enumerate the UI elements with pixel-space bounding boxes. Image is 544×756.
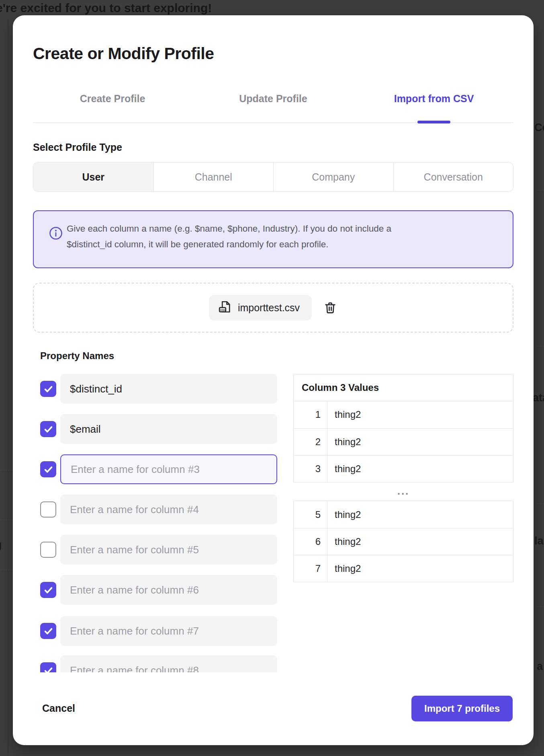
column-3-checkbox[interactable]: [40, 461, 56, 477]
row-value: thing2: [327, 429, 513, 455]
background-table-line: [8, 19, 8, 756]
row-index: 2: [294, 429, 327, 455]
column-8-name-field[interactable]: [60, 655, 277, 672]
column-4-name-field[interactable]: [60, 495, 277, 524]
table-row: 5 thing2: [294, 501, 513, 528]
import-profiles-button[interactable]: Import 7 profiles: [411, 696, 513, 721]
column-7-name-input[interactable]: [60, 616, 277, 646]
table-row: 6 thing2: [294, 528, 513, 555]
column-4-name-input[interactable]: [60, 495, 277, 524]
property-rows-container: [13, 15, 293, 672]
table-row: 2 thing2: [294, 428, 513, 455]
row-value: thing2: [327, 401, 513, 428]
column-5-name-input[interactable]: [60, 535, 277, 565]
preview-table-header: Column 3 Values: [293, 374, 513, 401]
column-7-checkbox[interactable]: [40, 623, 56, 639]
row-index: 6: [294, 528, 327, 555]
background-banner-text: e're excited for you to start exploring!: [0, 1, 212, 15]
row-value: thing2: [327, 555, 513, 582]
background-dotted-line: [535, 190, 544, 191]
column-6-checkbox[interactable]: [40, 582, 56, 598]
tab-import-from-csv[interactable]: Import from CSV: [374, 93, 494, 104]
column-1-name-input[interactable]: [60, 374, 277, 404]
table-truncation-ellipsis: ...: [293, 485, 513, 497]
profile-type-option-conversation[interactable]: Conversation: [393, 162, 513, 191]
background-dotted-line: [0, 569, 12, 570]
create-or-modify-profile-dialog: Create or Modify Profile Create Profile …: [13, 15, 534, 745]
column-5-checkbox[interactable]: [40, 542, 56, 558]
column-8-name-input[interactable]: [60, 655, 277, 672]
column-6-name-field[interactable]: [60, 575, 277, 605]
background-text-fragment: g: [0, 539, 2, 551]
table-row: 1 thing2: [294, 401, 513, 428]
background-dotted-line: [535, 346, 544, 347]
table-row: 7 thing2: [294, 555, 513, 582]
preview-table-bottom: 5 thing2 6 thing2 7 thing2: [293, 501, 513, 582]
background-dotted-line: [535, 606, 544, 607]
column-3-name-field[interactable]: [60, 454, 277, 484]
cancel-button[interactable]: Cancel: [42, 703, 75, 714]
background-dotted-line: [0, 520, 12, 520]
trash-icon[interactable]: [323, 300, 337, 315]
column-2-name-input[interactable]: [60, 414, 277, 444]
background-text-fragment: ata: [533, 392, 544, 404]
column-7-name-field[interactable]: [60, 616, 277, 646]
row-index: 3: [294, 456, 327, 482]
table-row: 3 thing2: [294, 455, 513, 482]
row-value: thing2: [327, 528, 513, 555]
column-2-name-field[interactable]: [60, 414, 277, 444]
row-value: thing2: [327, 501, 513, 528]
column-5-name-field[interactable]: [60, 535, 277, 565]
row-index: 1: [294, 401, 327, 428]
row-value: thing2: [327, 456, 513, 482]
preview-table-top: 1 thing2 2 thing2 3 thing2: [293, 401, 513, 483]
column-3-name-input[interactable]: [61, 455, 276, 483]
background-text-fragment: lal: [534, 535, 544, 547]
row-index: 5: [294, 501, 327, 528]
background-dotted-line: [0, 470, 12, 470]
background-dotted-line: [535, 503, 544, 504]
column-8-checkbox[interactable]: [40, 662, 56, 672]
column-6-name-input[interactable]: [60, 575, 277, 605]
column-2-checkbox[interactable]: [40, 421, 56, 437]
active-tab-underline: [417, 121, 450, 123]
row-index: 7: [294, 555, 327, 582]
background-text-fragment: a: [537, 660, 543, 673]
column-1-checkbox[interactable]: [40, 381, 56, 397]
column-1-name-field[interactable]: [60, 374, 277, 404]
background-text-fragment: Col: [534, 121, 544, 134]
column-4-checkbox[interactable]: [40, 501, 56, 518]
